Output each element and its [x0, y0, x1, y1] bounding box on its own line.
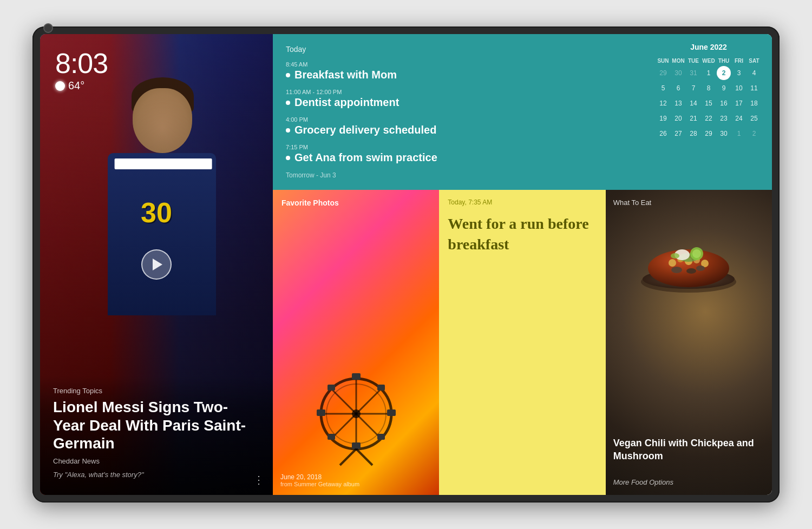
cal-day[interactable]: 9 [717, 81, 731, 95]
cal-day[interactable]: 14 [686, 96, 700, 110]
svg-rect-10 [317, 409, 325, 416]
event-item[interactable]: 4:00 PM Grocery delivery scheduled [286, 116, 632, 136]
play-button[interactable] [141, 249, 172, 280]
cal-header-tue: TUE [686, 57, 700, 65]
news-source: Cheddar News [53, 457, 260, 465]
event-item[interactable]: 11:00 AM - 12:00 PM Dentist appointment [286, 89, 632, 109]
play-icon [153, 259, 162, 270]
cal-day[interactable]: 3 [732, 66, 746, 80]
svg-rect-14 [328, 434, 335, 440]
event-time: 4:00 PM [286, 116, 632, 123]
calendar-widget: June 2022 SUN MON TUE WED THU FRI SAT 29 [645, 34, 772, 190]
cal-day[interactable]: 4 [747, 66, 761, 80]
event-bullet [286, 73, 290, 77]
cal-day[interactable]: 18 [747, 96, 761, 110]
cal-day[interactable]: 7 [686, 81, 700, 95]
svg-rect-8 [352, 373, 361, 380]
svg-line-17 [356, 449, 372, 465]
cal-day-today[interactable]: 2 [717, 66, 731, 80]
photo-date: June 20, 2018 from Summer Getaway album [280, 473, 359, 487]
svg-rect-15 [377, 434, 385, 440]
cal-day[interactable]: 1 [732, 127, 746, 141]
cal-day[interactable]: 11 [747, 81, 761, 95]
calendar-today-section: Today 8:45 AM Breakfast with Mom 11:00 A… [273, 34, 772, 190]
home-screen: 30 8:03 64° [40, 34, 772, 495]
note-timestamp: Today, 7:35 AM [448, 199, 597, 206]
cal-day[interactable]: 22 [702, 111, 716, 125]
cal-day[interactable]: 12 [656, 96, 670, 110]
event-bullet [286, 128, 290, 133]
photo-widget[interactable]: Favorite Photos June 20, 2018 from Summe… [273, 190, 439, 495]
event-title: Get Ana from swim practice [286, 151, 632, 164]
news-panel[interactable]: 30 8:03 64° [40, 34, 273, 495]
calendar-grid: SUN MON TUE WED THU FRI SAT 29 30 31 1 [656, 57, 761, 141]
svg-point-27 [686, 268, 696, 274]
cal-day[interactable]: 30 [671, 66, 685, 80]
cal-day[interactable]: 26 [656, 127, 670, 141]
bottom-widgets: Favorite Photos June 20, 2018 from Summe… [273, 190, 772, 495]
cal-day[interactable]: 19 [656, 111, 670, 125]
cal-day[interactable]: 16 [717, 96, 731, 110]
event-title: Breakfast with Mom [286, 69, 632, 81]
svg-point-33 [671, 253, 679, 259]
food-label: What To Eat [613, 199, 652, 207]
cal-day[interactable]: 13 [671, 96, 685, 110]
news-headline: Lionel Messi Signs Two-Year Deal With Pa… [53, 398, 260, 453]
sun-icon [55, 81, 65, 91]
event-bullet [286, 101, 290, 105]
cal-day[interactable]: 27 [671, 127, 685, 141]
event-title: Grocery delivery scheduled [286, 124, 632, 136]
cal-header-sat: SAT [747, 57, 761, 65]
cal-header-sun: SUN [656, 57, 670, 65]
right-panel: Today 8:45 AM Breakfast with Mom 11:00 A… [273, 34, 772, 495]
cal-day[interactable]: 15 [702, 96, 716, 110]
svg-rect-12 [328, 385, 335, 391]
cal-day[interactable]: 29 [656, 66, 670, 80]
svg-point-7 [352, 409, 361, 418]
cal-day[interactable]: 6 [671, 81, 685, 95]
cal-day[interactable]: 2 [747, 127, 761, 141]
calendar-month: June 2022 [656, 43, 761, 51]
cal-day[interactable]: 17 [732, 96, 746, 110]
cal-day[interactable]: 10 [732, 81, 746, 95]
ferris-wheel-svg [307, 371, 405, 468]
cal-day[interactable]: 31 [686, 66, 700, 80]
cal-day[interactable]: 21 [686, 111, 700, 125]
svg-rect-9 [352, 442, 361, 449]
cal-day[interactable]: 8 [702, 81, 716, 95]
food-more-options[interactable]: More Food Options [613, 478, 673, 486]
person-suit [108, 153, 216, 315]
news-menu-dots[interactable]: ⋮ [253, 473, 264, 486]
weather-display: 64° [55, 80, 108, 92]
cal-day[interactable]: 25 [747, 111, 761, 125]
cal-header-fri: FRI [732, 57, 746, 65]
event-time: 11:00 AM - 12:00 PM [286, 89, 632, 95]
time-display: 8:03 [55, 49, 108, 77]
cal-day[interactable]: 28 [686, 127, 700, 141]
svg-rect-11 [387, 409, 396, 416]
shirt-collar [115, 158, 212, 169]
cal-day[interactable]: 29 [702, 127, 716, 141]
cal-day[interactable]: 24 [732, 111, 746, 125]
cal-day[interactable]: 5 [656, 81, 670, 95]
svg-point-21 [669, 259, 676, 267]
note-widget[interactable]: Today, 7:35 AM Went for a run before bre… [439, 190, 605, 495]
event-time: 7:15 PM [286, 144, 632, 150]
camera-icon [43, 23, 53, 33]
cal-day[interactable]: 23 [717, 111, 731, 125]
food-widget[interactable]: What To Eat Vegan Chili with Chickpea an… [606, 190, 772, 495]
cal-header-wed: WED [702, 57, 716, 65]
svg-point-28 [696, 266, 705, 271]
cal-header-thu: THU [717, 57, 731, 65]
food-bowl-svg [634, 222, 743, 309]
event-item[interactable]: 8:45 AM Breakfast with Mom [286, 61, 632, 81]
food-title: Vegan Chili with Chickpea and Mushroom [613, 437, 764, 462]
device-screen: 30 8:03 64° [40, 34, 772, 495]
event-item[interactable]: 7:15 PM Get Ana from swim practice [286, 144, 632, 164]
echo-show-device: 30 8:03 64° [32, 27, 780, 502]
cal-header-mon: MON [671, 57, 685, 65]
cal-day[interactable]: 20 [671, 111, 685, 125]
today-label: Today [286, 45, 632, 54]
cal-day[interactable]: 30 [717, 127, 731, 141]
cal-day[interactable]: 1 [702, 66, 716, 80]
